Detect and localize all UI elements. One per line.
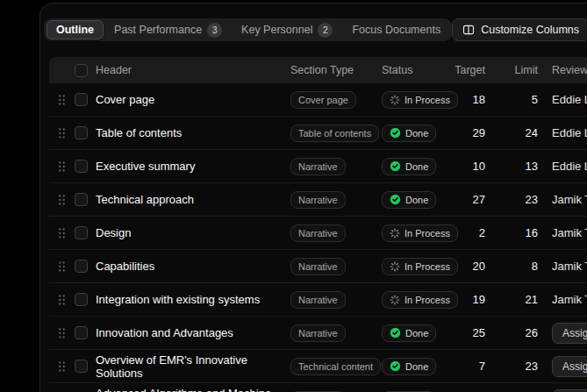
- drag-handle-icon[interactable]: [58, 94, 66, 106]
- reviewer-select[interactable]: Jamik Tashpulatov: [552, 226, 587, 239]
- assign-reviewer-button[interactable]: Assign reviewer: [552, 323, 587, 344]
- target-value[interactable]: 18: [473, 93, 485, 106]
- limit-value[interactable]: 21: [526, 293, 538, 306]
- table-row: Capabilities Narrative In Process 20 8 J…: [49, 250, 587, 283]
- assign-reviewer-button[interactable]: Assign reviewer: [552, 356, 587, 377]
- tab-past-performance[interactable]: Past Performance 3: [105, 21, 231, 39]
- target-value[interactable]: 25: [473, 326, 485, 339]
- limit-value[interactable]: 5: [532, 93, 538, 106]
- limit-value[interactable]: 26: [526, 326, 538, 339]
- select-all-checkbox[interactable]: [75, 64, 88, 77]
- assign-reviewer-button[interactable]: Assign reviewer: [552, 389, 587, 392]
- tab-outline[interactable]: Outline: [47, 20, 104, 39]
- status-done-icon: [390, 360, 401, 372]
- table-row: Table of contents Table of contents Done…: [49, 117, 587, 150]
- table-row: Advanced Algorithms and Machine Learning…: [49, 383, 587, 392]
- row-header-label[interactable]: Overview of EMR's Innovative Solutions: [94, 353, 290, 380]
- reviewer-select[interactable]: Jamik Tashpulatov: [552, 193, 587, 206]
- drag-handle-icon[interactable]: [58, 327, 66, 339]
- target-value[interactable]: 29: [473, 126, 485, 139]
- status-badge: Done: [382, 125, 436, 142]
- section-type-badge: Narrative: [290, 324, 346, 342]
- limit-value[interactable]: 23: [526, 360, 538, 373]
- row-checkbox[interactable]: [75, 226, 88, 239]
- row-checkbox[interactable]: [75, 360, 88, 373]
- limit-value[interactable]: 13: [526, 160, 538, 173]
- drag-handle-icon[interactable]: [58, 194, 66, 206]
- row-header-label[interactable]: Executive summary: [94, 160, 290, 173]
- row-checkbox[interactable]: [75, 326, 88, 339]
- row-checkbox[interactable]: [75, 93, 88, 106]
- row-header-label[interactable]: Cover page: [94, 93, 290, 106]
- reviewer-cell: Jamik Tashpulatov: [538, 193, 587, 206]
- limit-value[interactable]: 23: [526, 193, 538, 206]
- row-checkbox[interactable]: [75, 193, 88, 206]
- row-header-label[interactable]: Advanced Algorithms and Machine Learning: [94, 387, 290, 392]
- tab-focus-documents[interactable]: Focus Documents: [343, 21, 449, 39]
- drag-handle-icon[interactable]: [58, 227, 66, 239]
- row-header-label[interactable]: Integration with existing systems: [94, 293, 290, 306]
- tab-count-badge: 3: [207, 23, 222, 38]
- reviewer-select[interactable]: Eddie Lake: [552, 126, 587, 139]
- target-value[interactable]: 2: [479, 226, 485, 239]
- row-header-label[interactable]: Table of contents: [94, 126, 290, 139]
- section-type-badge: Narrative: [290, 291, 346, 309]
- reviewer-select[interactable]: Jamik Tashpulatov: [552, 293, 587, 306]
- tab-bar: Outline Past Performance 3 Key Personnel…: [44, 18, 452, 41]
- table-header-row: Header Section Type Status Target Limit …: [49, 57, 587, 83]
- row-header-label[interactable]: Design: [94, 226, 290, 239]
- status-badge: Done: [382, 358, 436, 375]
- limit-value[interactable]: 16: [526, 226, 538, 239]
- drag-handle-icon[interactable]: [58, 260, 66, 273]
- status-badge: Done: [382, 191, 436, 209]
- row-checkbox[interactable]: [75, 293, 88, 306]
- content-panel: Outline Past Performance 3 Key Personnel…: [39, 3, 587, 392]
- section-type-badge: Narrative: [290, 191, 346, 209]
- tab-label: Past Performance: [114, 24, 202, 36]
- section-type-badge: Cover page: [290, 91, 356, 109]
- column-status: Status: [382, 64, 445, 76]
- drag-handle-icon[interactable]: [58, 127, 66, 139]
- reviewer-select[interactable]: Eddie Lake: [552, 93, 587, 106]
- status-badge: Done: [382, 158, 436, 175]
- reviewer-cell: Assign reviewer: [538, 323, 587, 344]
- target-value[interactable]: 27: [473, 193, 485, 206]
- section-type-badge: Technical content: [290, 358, 381, 375]
- columns-icon: [462, 24, 475, 36]
- table-body: Cover page Cover page In Process 18 5 Ed…: [49, 83, 587, 392]
- reviewer-select[interactable]: Jamik Tashpulatov: [552, 260, 587, 273]
- outline-table: Header Section Type Status Target Limit …: [49, 57, 587, 392]
- status-done-icon: [390, 127, 401, 139]
- row-header-label[interactable]: Capabilities: [94, 260, 290, 273]
- limit-value[interactable]: 24: [526, 126, 538, 139]
- row-checkbox[interactable]: [75, 260, 88, 273]
- limit-value[interactable]: 8: [532, 260, 538, 273]
- tab-label: Outline: [56, 24, 94, 36]
- drag-handle-icon[interactable]: [58, 294, 66, 306]
- column-limit: Limit: [485, 64, 538, 76]
- row-header-label[interactable]: Innovation and Advantages: [94, 326, 290, 339]
- table-row: Executive summary Narrative Done 10 13 E…: [49, 150, 587, 183]
- row-header-label[interactable]: Technical approach: [94, 193, 290, 206]
- status-loader-icon: [390, 295, 400, 305]
- drag-handle-icon[interactable]: [58, 360, 66, 373]
- row-checkbox[interactable]: [75, 160, 88, 173]
- customize-columns-label: Customize Columns: [481, 24, 579, 36]
- customize-columns-button[interactable]: Customize Columns: [452, 18, 587, 41]
- table-row: Innovation and Advantages Narrative Done…: [49, 317, 587, 350]
- reviewer-cell: Jamik Tashpulatov: [538, 260, 587, 273]
- reviewer-cell: Jamik Tashpulatov: [538, 293, 587, 306]
- section-type-badge: Narrative: [290, 225, 346, 242]
- target-value[interactable]: 19: [473, 293, 485, 306]
- target-value[interactable]: 20: [473, 260, 485, 273]
- tab-key-personnel[interactable]: Key Personnel 2: [233, 21, 341, 39]
- target-value[interactable]: 7: [479, 360, 485, 373]
- status-badge: Done: [382, 324, 436, 342]
- reviewer-select[interactable]: Eddie Lake: [552, 160, 587, 173]
- row-checkbox[interactable]: [75, 126, 88, 139]
- column-section-type: Section Type: [290, 64, 382, 76]
- section-type-badge: Narrative: [290, 258, 346, 275]
- reviewer-cell: Jamik Tashpulatov: [538, 226, 587, 239]
- target-value[interactable]: 10: [473, 160, 485, 173]
- drag-handle-icon[interactable]: [58, 160, 66, 173]
